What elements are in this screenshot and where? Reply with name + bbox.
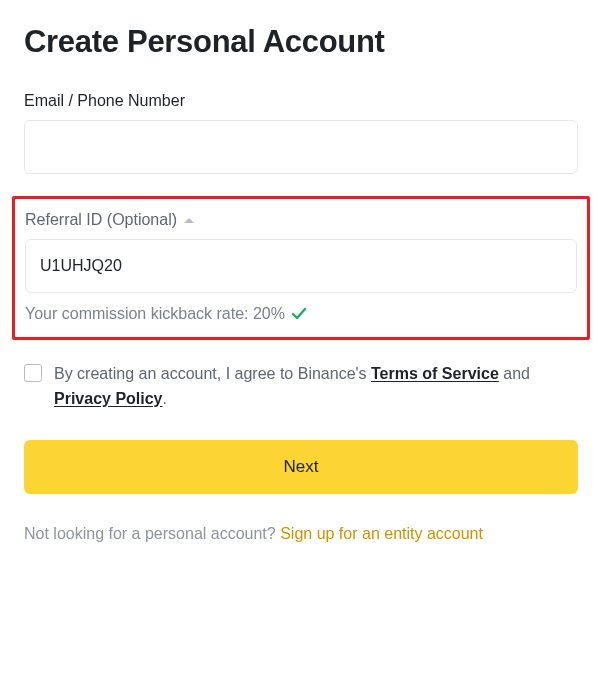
page-title: Create Personal Account <box>24 24 578 60</box>
kickback-row: Your commission kickback rate: 20% <box>25 305 577 323</box>
email-phone-input[interactable] <box>24 120 578 174</box>
privacy-link[interactable]: Privacy Policy <box>54 390 163 407</box>
checkmark-icon <box>291 306 307 322</box>
consent-suffix: . <box>163 390 167 407</box>
consent-connector: and <box>499 365 530 382</box>
referral-highlight-box: Referral ID (Optional) Your commission k… <box>12 196 590 340</box>
footer-prompt: Not looking for a personal account? <box>24 525 280 542</box>
email-phone-label: Email / Phone Number <box>24 92 578 110</box>
referral-label-row[interactable]: Referral ID (Optional) <box>25 211 577 229</box>
referral-label-text: Referral ID (Optional) <box>25 211 177 229</box>
consent-text: By creating an account, I agree to Binan… <box>54 362 578 412</box>
caret-up-icon <box>183 216 195 224</box>
entity-signup-link[interactable]: Sign up for an entity account <box>280 525 483 542</box>
consent-row: By creating an account, I agree to Binan… <box>24 362 578 412</box>
next-button[interactable]: Next <box>24 440 578 494</box>
kickback-text: Your commission kickback rate: 20% <box>25 305 285 323</box>
terms-link[interactable]: Terms of Service <box>371 365 499 382</box>
email-phone-group: Email / Phone Number <box>24 92 578 174</box>
referral-input[interactable] <box>25 239 577 293</box>
consent-checkbox[interactable] <box>24 364 42 382</box>
consent-prefix: By creating an account, I agree to Binan… <box>54 365 371 382</box>
footer-row: Not looking for a personal account? Sign… <box>24 522 578 547</box>
